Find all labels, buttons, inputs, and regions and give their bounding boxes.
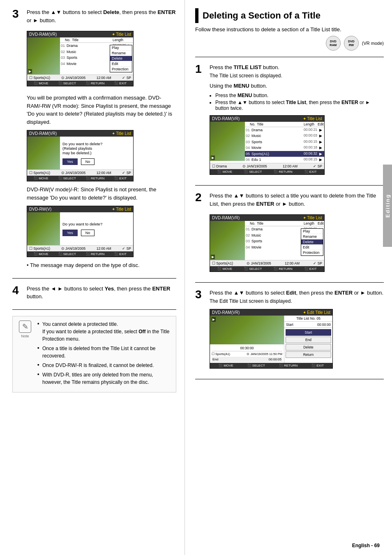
info-time-r1: 12:00 AM (283, 164, 297, 168)
note-content: You cannot delete a protected title.If y… (37, 320, 172, 388)
confirm-dvd-label-rw: DVD-RW(V) (29, 207, 51, 211)
confirm-header-ram: DVD-RAM(VR) ✦ Title List (27, 130, 133, 137)
screen-dvd-r2: DVD-RAM(VR) (212, 216, 240, 220)
r1-row-edu: 06Edu 100:08:15▶ (245, 157, 324, 163)
edit-play-icon: ▶ (212, 317, 216, 322)
r1-row-movie: 04Movie00:00:18▶ (245, 145, 324, 151)
screen-body-r1: ▶ No.TitleLengthEdit 01Drama00:00:21▶ 02… (210, 122, 324, 163)
ctx-rename: Rename (110, 51, 132, 56)
step-num-r1: 1 (195, 63, 210, 75)
screen-col-header-1: No. Title Length (60, 37, 133, 43)
col-title: Title (72, 38, 109, 42)
screen-r1: DVD-RAM(VR) ✦ Title List ▶ No.TitleLengt… (210, 115, 325, 175)
info-time-r2: 12:00 AM (285, 261, 300, 265)
divider-r3 (195, 282, 384, 283)
footer-move-r2: ⬛ MOVE (217, 267, 232, 271)
footer-return-edit: ⬛ RETURN (279, 364, 298, 367)
screen-info-r2: ☐ Sports(A1) ⊙ JAN/19/2005 12:00 AM ✓ SP (210, 260, 324, 266)
edit-end-label: End (212, 358, 218, 361)
screen-title-r1: ✦ Title List (303, 116, 322, 121)
confirm-yes-ram[interactable]: Yes (62, 158, 78, 165)
confirm-box-ram: DVD-RAM(VR) ✦ Title List Do you want to … (27, 130, 134, 181)
edit-info-sports: ☐ Sports(A1) (212, 352, 230, 356)
bullet-title-list: Press the ▲▼ buttons to select Title Lis… (215, 100, 384, 111)
confirm-msg-rw: Do you want to delete? Yes No (60, 212, 133, 245)
footer-move-c2: ⬛ MOVE (34, 252, 48, 256)
confirm-no-ram[interactable]: No (81, 158, 95, 165)
step-num-r3: 3 (195, 289, 210, 300)
ctx-r2-delete: Delete (301, 239, 323, 245)
divider-r4 (195, 379, 384, 379)
confirm-box-rw: DVD-RW(V) ✦ Title List Do you want to de… (27, 206, 134, 257)
divider-r1 (195, 57, 384, 57)
info-date-c2: ⊙ JAN/19/2005 (61, 246, 86, 251)
footer-select-c1: ⬛ SELECT (58, 176, 76, 180)
info-sports: ☐ Sports(A1) (29, 76, 50, 80)
edit-sub-info: 00:30:00 ☐ Sports(A1) ⊙ JAN/19/2005 11:5… (210, 344, 284, 363)
left-column: 3 Press the ▲▼ buttons to select Delete,… (0, 0, 185, 555)
screen-footer-1: ⬛ MOVE ⬛ SELECT ⬛ RETURN ⬛ EXIT (27, 81, 133, 86)
confirm-info-ram: ☐ Sports(A1) ⊙ JAN/19/2005 12:00 AM ✓ SP (27, 170, 133, 176)
ctx-r2-play: Play (301, 229, 323, 234)
footer-return-1: ⬛ RETURN (86, 81, 105, 85)
footer-return-r1: ⬛ RETURN (274, 170, 293, 174)
thumb-overlay-r2: ▶ (211, 255, 215, 259)
info-time-c1: 12:00 AM (97, 171, 111, 175)
footer-move-1: ⬛ MOVE (34, 81, 48, 85)
confirm-title-rw: ✦ Title List (112, 207, 131, 211)
info-time-1: 12:00 AM (97, 76, 111, 80)
page: 3 Press the ▲▼ buttons to select Delete,… (0, 0, 392, 555)
screen-title-r2: ✦ Title List (303, 216, 322, 220)
editing-side-tab: Editing (383, 165, 392, 247)
confirm-yes-rw[interactable]: Yes (62, 230, 78, 236)
step-2-right: 2 Press the ▲▼ buttons to select a title… (195, 192, 384, 276)
edit-btn-start[interactable]: Start (286, 329, 331, 336)
note-item-2: Once a title is deleted from the Title L… (37, 345, 172, 360)
edit-screen-body: ▶ 00:30:00 ☐ Sports(A1) ⊙ JAN/19/2005 11… (210, 316, 332, 363)
step-4-left: 4 Press the ◄ ► buttons to select Yes, t… (12, 285, 176, 303)
edit-thumb: ▶ (210, 316, 284, 344)
edit-btn-delete[interactable]: Delete (286, 344, 331, 351)
footer-move-edit: ⬛ MOVE (219, 364, 233, 367)
confirm-footer-ram: ⬛ MOVE ⬛ SELECT ⬛ RETURN ⬛ EXIT (27, 176, 133, 181)
confirm-msg-text-rw: Do you want to delete? (62, 222, 131, 226)
screen-dvd-r1: DVD-RAM(VR) (212, 116, 240, 121)
r1-row-sports: 03Sports00:00:15▶ (245, 139, 324, 145)
screen-r2: DVD-RAM(VR) ✦ Title List ▶ No.TitleLengt… (210, 214, 325, 272)
section-heading: Deleting a Section of a Title (195, 8, 384, 23)
note-box: ✎ Note You cannot delete a protected tit… (12, 316, 176, 392)
edit-info-row: ☐ Sports(A1) ⊙ JAN/19/2005 11:50 PM (212, 351, 282, 356)
dvd-ram-icon: DVDRAM (326, 36, 341, 51)
edit-btn-return[interactable]: Return (286, 351, 331, 358)
step-3-text: Press the ▲▼ buttons to select Delete, t… (27, 8, 176, 24)
footer-exit-1: ⬛ EXIT (114, 81, 127, 85)
divider-2 (12, 309, 176, 310)
confirm-no-rw[interactable]: No (81, 230, 95, 236)
edit-screen: DVD-RAM(VR) ✦ Edit Title List ▶ 00:30:00 (210, 309, 333, 369)
screen-box-1: DVD-RAM(VR) ✦ Title List ▶ No. Title (27, 31, 134, 86)
ctx-protection: Protection (110, 67, 132, 72)
step-1-sub: The Title List screen is displayed. (210, 73, 282, 79)
footer-select-r2: ⬛ SELECT (244, 267, 262, 271)
r1-row-drama: 01Drama00:00:21▶ (245, 127, 324, 133)
note-item-3: Once DVD-RW/-R is finalized, it cannot b… (37, 362, 172, 369)
black-bar-decoration (195, 8, 198, 23)
screen-header-1: DVD-RAM(VR) ✦ Title List (27, 31, 133, 37)
edit-duration: 00:30:00 (212, 345, 282, 351)
info-date-1: ⊙ JAN/19/2005 (61, 76, 86, 80)
info-sports-c2: ☐ Sports(A1) (29, 246, 50, 251)
dvd-mode-icons: DVDRAM DVDRW (VR mode) (195, 36, 384, 51)
ctx-edit: Edit (110, 61, 132, 67)
edit-btn-end[interactable]: End (286, 337, 331, 343)
footer-select-c2: ⬛ SELECT (58, 252, 76, 256)
thumb-overlay-r1: ▶ (211, 156, 215, 160)
screen-body-1: ▶ No. Title Length 01Drama00 (27, 37, 133, 74)
screen-title-label-1: ✦ Title List (112, 32, 131, 37)
page-number-label: English - 69 (352, 543, 380, 548)
step-3-left: 3 Press the ▲▼ buttons to select Delete,… (12, 8, 176, 272)
divider-1 (12, 278, 176, 279)
step-num-4: 4 (12, 285, 27, 296)
screen-title-list-delete: DVD-RAM(VR) ✦ Title List ▶ No. Title (27, 27, 134, 91)
footer-exit-c2: ⬛ EXIT (114, 252, 127, 256)
edit-screen-footer: ⬛ MOVE ⬛ SELECT ⬛ RETURN ⬛ EXIT (210, 363, 332, 368)
